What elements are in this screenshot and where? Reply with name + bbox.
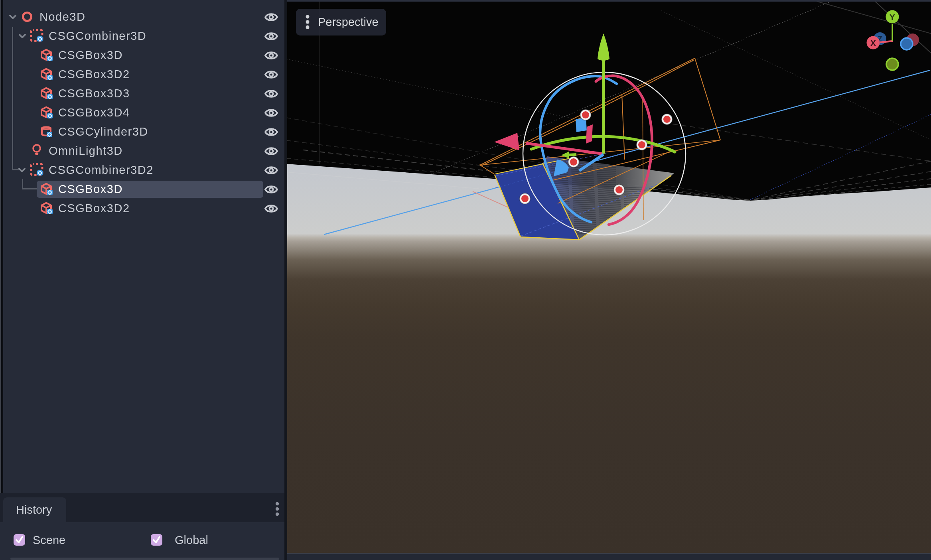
svg-text:X: X bbox=[870, 38, 876, 47]
svg-text:Y: Y bbox=[890, 12, 895, 22]
